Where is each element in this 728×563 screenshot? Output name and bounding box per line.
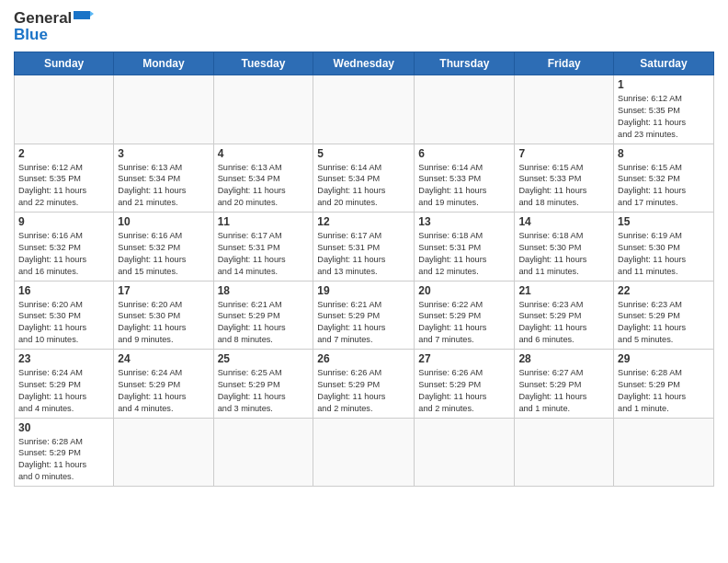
day-info: Sunrise: 6:18 AM Sunset: 5:31 PM Dayligh… [418, 230, 510, 278]
day-number: 20 [418, 284, 510, 297]
day-info: Sunrise: 6:14 AM Sunset: 5:34 PM Dayligh… [317, 162, 410, 210]
day-info: Sunrise: 6:16 AM Sunset: 5:32 PM Dayligh… [118, 230, 209, 278]
day-number: 9 [18, 215, 109, 228]
day-info: Sunrise: 6:28 AM Sunset: 5:29 PM Dayligh… [18, 436, 109, 484]
calendar-cell: 3Sunrise: 6:13 AM Sunset: 5:34 PM Daylig… [114, 144, 213, 213]
day-number: 22 [618, 284, 710, 297]
calendar-cell [415, 418, 515, 487]
day-info: Sunrise: 6:15 AM Sunset: 5:33 PM Dayligh… [518, 162, 609, 210]
day-info: Sunrise: 6:16 AM Sunset: 5:32 PM Dayligh… [18, 230, 109, 278]
calendar-cell: 15Sunrise: 6:19 AM Sunset: 5:30 PM Dayli… [614, 213, 714, 282]
calendar-cell: 23Sunrise: 6:24 AM Sunset: 5:29 PM Dayli… [15, 350, 114, 419]
day-number: 26 [317, 352, 410, 365]
day-number: 21 [518, 284, 609, 297]
calendar-cell: 26Sunrise: 6:26 AM Sunset: 5:29 PM Dayli… [313, 350, 415, 419]
calendar-cell: 14Sunrise: 6:18 AM Sunset: 5:30 PM Dayli… [515, 213, 614, 282]
calendar-cell [515, 418, 614, 487]
day-info: Sunrise: 6:15 AM Sunset: 5:32 PM Dayligh… [618, 162, 710, 210]
page: General Blue SundayMondayTuesdayWednesda… [0, 0, 728, 496]
day-number: 14 [518, 215, 609, 228]
calendar-cell: 21Sunrise: 6:23 AM Sunset: 5:29 PM Dayli… [515, 281, 614, 350]
calendar-cell: 29Sunrise: 6:28 AM Sunset: 5:29 PM Dayli… [614, 350, 714, 419]
day-header-wednesday: Wednesday [313, 52, 415, 75]
day-number: 28 [518, 352, 609, 365]
calendar-cell: 25Sunrise: 6:25 AM Sunset: 5:29 PM Dayli… [213, 350, 313, 419]
day-info: Sunrise: 6:17 AM Sunset: 5:31 PM Dayligh… [317, 230, 410, 278]
calendar-cell [614, 418, 714, 487]
logo-blue-text: Blue [14, 26, 48, 44]
day-number: 10 [118, 215, 209, 228]
calendar-cell: 2Sunrise: 6:12 AM Sunset: 5:35 PM Daylig… [15, 144, 114, 213]
day-info: Sunrise: 6:22 AM Sunset: 5:29 PM Dayligh… [418, 299, 510, 347]
day-number: 23 [18, 352, 109, 365]
calendar-cell [15, 75, 114, 144]
calendar-cell: 1Sunrise: 6:12 AM Sunset: 5:35 PM Daylig… [614, 75, 714, 144]
calendar-cell [515, 75, 614, 144]
day-info: Sunrise: 6:13 AM Sunset: 5:34 PM Dayligh… [118, 162, 209, 210]
day-header-friday: Friday [515, 52, 614, 75]
day-info: Sunrise: 6:21 AM Sunset: 5:29 PM Dayligh… [317, 299, 410, 347]
day-info: Sunrise: 6:27 AM Sunset: 5:29 PM Dayligh… [518, 367, 609, 415]
day-info: Sunrise: 6:21 AM Sunset: 5:29 PM Dayligh… [218, 299, 310, 347]
calendar-cell: 11Sunrise: 6:17 AM Sunset: 5:31 PM Dayli… [213, 213, 313, 282]
calendar-cell [313, 75, 415, 144]
calendar-cell: 10Sunrise: 6:16 AM Sunset: 5:32 PM Dayli… [114, 213, 213, 282]
week-row-5: 30Sunrise: 6:28 AM Sunset: 5:29 PM Dayli… [15, 418, 714, 487]
calendar-cell: 17Sunrise: 6:20 AM Sunset: 5:30 PM Dayli… [114, 281, 213, 350]
svg-marker-1 [90, 11, 94, 17]
calendar-cell: 13Sunrise: 6:18 AM Sunset: 5:31 PM Dayli… [415, 213, 515, 282]
day-number: 13 [418, 215, 510, 228]
calendar-cell: 6Sunrise: 6:14 AM Sunset: 5:33 PM Daylig… [415, 144, 515, 213]
day-number: 12 [317, 215, 410, 228]
calendar-cell: 16Sunrise: 6:20 AM Sunset: 5:30 PM Dayli… [15, 281, 114, 350]
calendar-cell: 24Sunrise: 6:24 AM Sunset: 5:29 PM Dayli… [114, 350, 213, 419]
day-info: Sunrise: 6:12 AM Sunset: 5:35 PM Dayligh… [618, 93, 710, 141]
week-row-1: 2Sunrise: 6:12 AM Sunset: 5:35 PM Daylig… [15, 144, 714, 213]
calendar-cell: 20Sunrise: 6:22 AM Sunset: 5:29 PM Dayli… [415, 281, 515, 350]
day-info: Sunrise: 6:28 AM Sunset: 5:29 PM Dayligh… [618, 367, 710, 415]
calendar-cell: 19Sunrise: 6:21 AM Sunset: 5:29 PM Dayli… [313, 281, 415, 350]
day-number: 16 [18, 284, 109, 297]
calendar-cell: 9Sunrise: 6:16 AM Sunset: 5:32 PM Daylig… [15, 213, 114, 282]
logo-general-text: General [14, 9, 72, 28]
day-info: Sunrise: 6:26 AM Sunset: 5:29 PM Dayligh… [317, 367, 410, 415]
day-info: Sunrise: 6:20 AM Sunset: 5:30 PM Dayligh… [18, 299, 109, 347]
day-header-monday: Monday [114, 52, 213, 75]
day-number: 29 [618, 352, 710, 365]
day-number: 24 [118, 352, 209, 365]
day-info: Sunrise: 6:25 AM Sunset: 5:29 PM Dayligh… [218, 367, 310, 415]
day-number: 15 [618, 215, 710, 228]
day-number: 17 [118, 284, 209, 297]
day-number: 1 [618, 78, 710, 91]
day-info: Sunrise: 6:12 AM Sunset: 5:35 PM Dayligh… [18, 162, 109, 210]
week-row-3: 16Sunrise: 6:20 AM Sunset: 5:30 PM Dayli… [15, 281, 714, 350]
calendar-cell [114, 75, 213, 144]
day-info: Sunrise: 6:24 AM Sunset: 5:29 PM Dayligh… [18, 367, 109, 415]
day-number: 19 [317, 284, 410, 297]
logo: General Blue [14, 9, 94, 44]
day-info: Sunrise: 6:23 AM Sunset: 5:29 PM Dayligh… [618, 299, 710, 347]
day-info: Sunrise: 6:20 AM Sunset: 5:30 PM Dayligh… [118, 299, 209, 347]
calendar-cell: 22Sunrise: 6:23 AM Sunset: 5:29 PM Dayli… [614, 281, 714, 350]
day-info: Sunrise: 6:18 AM Sunset: 5:30 PM Dayligh… [518, 230, 609, 278]
calendar-table: SundayMondayTuesdayWednesdayThursdayFrid… [14, 52, 714, 487]
logo-flag-icon [74, 11, 94, 24]
day-number: 2 [18, 147, 109, 160]
days-header-row: SundayMondayTuesdayWednesdayThursdayFrid… [15, 52, 714, 75]
calendar-cell: 12Sunrise: 6:17 AM Sunset: 5:31 PM Dayli… [313, 213, 415, 282]
calendar-cell [114, 418, 213, 487]
day-header-saturday: Saturday [614, 52, 714, 75]
day-info: Sunrise: 6:23 AM Sunset: 5:29 PM Dayligh… [518, 299, 609, 347]
calendar-cell: 30Sunrise: 6:28 AM Sunset: 5:29 PM Dayli… [15, 418, 114, 487]
svg-marker-0 [74, 11, 90, 19]
day-number: 4 [218, 147, 310, 160]
day-header-tuesday: Tuesday [213, 52, 313, 75]
day-number: 3 [118, 147, 209, 160]
calendar-cell [313, 418, 415, 487]
day-info: Sunrise: 6:24 AM Sunset: 5:29 PM Dayligh… [118, 367, 209, 415]
day-number: 30 [18, 421, 109, 434]
week-row-4: 23Sunrise: 6:24 AM Sunset: 5:29 PM Dayli… [15, 350, 714, 419]
day-number: 27 [418, 352, 510, 365]
calendar-cell [415, 75, 515, 144]
calendar-cell: 8Sunrise: 6:15 AM Sunset: 5:32 PM Daylig… [614, 144, 714, 213]
